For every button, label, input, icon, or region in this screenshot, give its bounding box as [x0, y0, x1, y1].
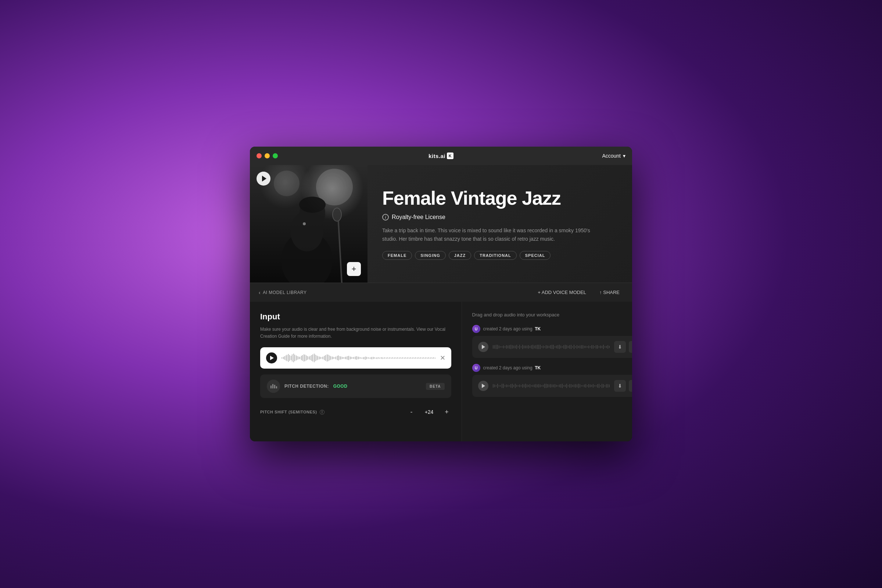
audio-player: ✕ [260, 347, 451, 369]
pitch-detection: PITCH DETECTION: GOOD BETA [260, 375, 451, 398]
pitch-detection-icon [267, 380, 280, 393]
toolbar: ‹ AI MODEL LIBRARY + ADD VOICE MODEL ↑ S… [250, 283, 632, 302]
player-play-button[interactable] [266, 352, 277, 363]
output-actions-1: ⬇ ⧉ [614, 341, 633, 353]
output-meta-2: created 2 days ago using TK [483, 365, 541, 370]
hero-info: Female Vintage Jazz i Royalty-free Licen… [368, 165, 632, 283]
waveform [282, 352, 435, 363]
output-player-2: ⬇ ⧉ [472, 375, 633, 397]
download-button-1[interactable]: ⬇ [614, 341, 626, 353]
license-row: i Royalty-free License [382, 214, 617, 220]
voice-title: Female Vintage Jazz [382, 188, 617, 209]
svg-rect-11 [272, 384, 273, 388]
close-button[interactable] [256, 153, 262, 158]
pitch-shift-label: PITCH SHIFT (SEMITONES) i [260, 410, 324, 414]
chevron-down-icon: ▾ [623, 153, 626, 159]
pitch-decrease-button[interactable]: - [407, 408, 416, 416]
equalizer-icon [270, 382, 277, 390]
pitch-detection-value: GOOD [333, 384, 348, 389]
drag-drop-text: Drag and drop audio into your workspace [472, 312, 633, 318]
tag-traditional[interactable]: TRADITIONAL [474, 251, 517, 260]
input-panel: Input Make sure your audio is clear and … [250, 302, 462, 441]
logo-icon: K [447, 153, 453, 159]
copy-button-1[interactable]: ⧉ [629, 341, 633, 353]
player-close-button[interactable]: ✕ [440, 354, 446, 362]
output-meta-1: created 2 days ago using TK [483, 326, 541, 332]
pitch-controls: - +24 + [407, 408, 451, 416]
share-label: ↑ SHARE [599, 290, 620, 295]
tag-female[interactable]: FEMALE [382, 251, 412, 260]
play-icon [262, 176, 266, 182]
pitch-shift-info-icon[interactable]: i [320, 410, 324, 414]
maximize-button[interactable] [273, 153, 278, 158]
pitch-increase-button[interactable]: + [442, 408, 451, 416]
tags-container: FEMALE SINGING JAZZ TRADITIONAL SPECIAL [382, 251, 617, 260]
pitch-value-display: +24 [422, 409, 436, 415]
input-panel-title: Input [260, 312, 451, 322]
account-label: Account [602, 153, 621, 159]
output-item-1: U created 2 days ago using TK ⬇ ⧉ [472, 325, 633, 358]
output-play-icon-2 [482, 384, 485, 388]
back-arrow-icon: ‹ [259, 290, 261, 296]
add-voice-model-label: + ADD VOICE MODEL [538, 290, 586, 295]
info-icon[interactable]: i [382, 214, 389, 220]
app-logo: kits.ai K [429, 153, 453, 159]
output-item-2: U created 2 days ago using TK ⬇ ⧉ [472, 364, 633, 397]
output-waveform-1 [493, 343, 610, 351]
svg-rect-12 [274, 385, 275, 388]
svg-point-9 [303, 222, 306, 225]
add-voice-model-button[interactable]: + ADD VOICE MODEL [534, 287, 590, 297]
hero-add-button[interactable]: + [347, 262, 361, 276]
hero-section: + Female Vintage Jazz i Royalty-free Lic… [250, 165, 632, 283]
svg-point-6 [309, 216, 322, 228]
svg-rect-13 [276, 386, 277, 388]
hero-image-container: + [250, 165, 368, 283]
svg-point-8 [333, 208, 341, 221]
output-player-1: ⬇ ⧉ [472, 336, 633, 358]
output-panel: Drag and drop audio into your workspace … [462, 302, 633, 441]
download-button-2[interactable]: ⬇ [614, 380, 626, 392]
tag-singing[interactable]: SINGING [415, 251, 446, 260]
copy-button-2[interactable]: ⧉ [629, 380, 633, 392]
svg-rect-10 [270, 386, 272, 388]
svg-point-5 [299, 196, 326, 213]
beta-badge: BETA [426, 383, 444, 390]
logo-text: kits.ai [429, 153, 446, 159]
player-play-icon [270, 356, 274, 360]
output-user-row-1: U created 2 days ago using TK [472, 325, 633, 333]
back-nav[interactable]: ‹ AI MODEL LIBRARY [259, 290, 307, 296]
tag-jazz[interactable]: JAZZ [449, 251, 471, 260]
minimize-button[interactable] [265, 153, 270, 158]
hero-play-button[interactable] [256, 172, 270, 186]
user-avatar-2: U [472, 364, 480, 372]
account-menu[interactable]: Account ▾ [602, 153, 626, 159]
license-text: Royalty-free License [392, 214, 446, 220]
main-content: Input Make sure your audio is clear and … [250, 302, 632, 441]
toolbar-actions: + ADD VOICE MODEL ↑ SHARE [534, 287, 623, 297]
tag-special[interactable]: SPECIAL [520, 251, 551, 260]
pitch-detection-label: PITCH DETECTION: [285, 384, 329, 389]
hero-image: + [250, 165, 368, 283]
user-avatar-1: U [472, 325, 480, 333]
titlebar: kits.ai K Account ▾ [250, 147, 632, 165]
share-button[interactable]: ↑ SHARE [596, 287, 623, 297]
output-user-row-2: U created 2 days ago using TK [472, 364, 633, 372]
voice-description: Take a trip back in time. This voice is … [382, 226, 596, 243]
pitch-shift-row: PITCH SHIFT (SEMITONES) i - +24 + [260, 404, 451, 420]
output-play-icon-1 [482, 345, 485, 349]
svg-line-7 [338, 216, 342, 283]
output-waveform-2 [493, 382, 610, 390]
output-play-button-1[interactable] [478, 342, 488, 352]
svg-point-1 [274, 171, 300, 196]
back-label: AI MODEL LIBRARY [263, 290, 306, 295]
app-window: kits.ai K Account ▾ [250, 147, 632, 441]
input-panel-description: Make sure your audio is clear and free f… [260, 326, 451, 340]
output-play-button-2[interactable] [478, 381, 488, 391]
output-actions-2: ⬇ ⧉ [614, 380, 633, 392]
add-icon: + [352, 264, 357, 274]
window-controls [256, 153, 278, 158]
